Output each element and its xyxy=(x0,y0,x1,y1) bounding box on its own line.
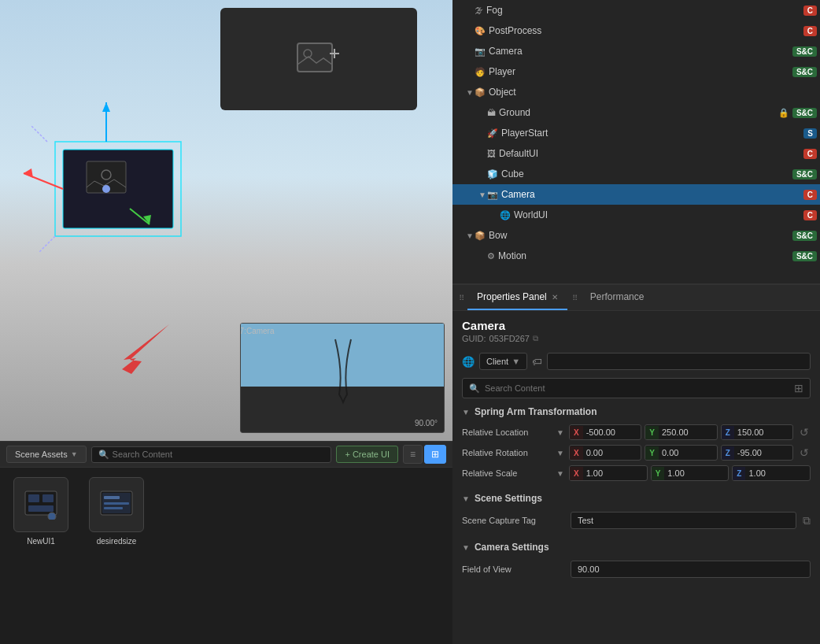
panel-tabs: ⠿ Properties Panel ✕ ⠿ Performance xyxy=(452,284,820,311)
cube-icon: 🧊 xyxy=(487,169,498,180)
location-y-field[interactable]: Y xyxy=(645,424,717,440)
guid-copy-icon[interactable]: ⧉ xyxy=(533,334,538,343)
cube-label: Cube xyxy=(501,168,792,180)
scene-capture-tag-input[interactable] xyxy=(571,512,796,529)
relative-rotation-row: Relative Rotation ▼ X Y Z xyxy=(452,442,820,463)
playerstart-label: PlayerStart xyxy=(501,128,803,139)
cube-badge: S&C xyxy=(792,169,817,180)
scale-y-field[interactable]: Y xyxy=(651,465,730,481)
create-ui-button[interactable]: + Create UI xyxy=(336,446,398,463)
postprocess-badge: C xyxy=(803,26,817,36)
asset-item-newui1[interactable]: NewUI1 xyxy=(9,477,72,635)
tab-properties[interactable]: Properties Panel ✕ xyxy=(467,285,567,310)
rotation-y-field[interactable]: Y xyxy=(645,445,717,461)
tree-item-defaultui[interactable]: 🖼 DefaultUI C xyxy=(452,143,820,164)
scale-x-input[interactable] xyxy=(583,466,647,480)
scale-z-label: Z xyxy=(733,467,745,480)
svg-rect-20 xyxy=(28,494,39,502)
properties-tab-close[interactable]: ✕ xyxy=(552,293,558,302)
location-x-input[interactable] xyxy=(583,425,641,439)
rotation-reset-button[interactable]: ↺ xyxy=(798,446,811,459)
fov-input[interactable] xyxy=(571,561,811,578)
prop-title: Camera xyxy=(462,319,811,332)
worldui-badge: C xyxy=(803,210,817,220)
camera-preview-bg xyxy=(241,324,444,432)
scene-assets-dropdown[interactable]: Scene Assets ▼ xyxy=(6,446,87,463)
properties-tab-label: Properties Panel xyxy=(477,291,547,302)
defaultui-label: DefaultUI xyxy=(499,148,803,159)
properties-tab-drag: ⠿ xyxy=(459,294,464,302)
camera-selected-icon: 📷 xyxy=(487,190,498,200)
performance-tab-drag: ⠿ xyxy=(572,294,578,302)
relative-scale-dropdown-icon[interactable]: ▼ xyxy=(556,469,564,478)
network-select[interactable]: Client ▼ xyxy=(479,353,527,370)
prop-filter-icon[interactable]: ⊞ xyxy=(794,382,803,394)
viewport[interactable]: 053FD267:Camera 90.00° xyxy=(0,0,452,441)
svg-point-23 xyxy=(48,513,56,520)
tag-input[interactable] xyxy=(547,353,811,370)
scene-settings-section-header[interactable]: ▼ Scene Settings xyxy=(452,488,820,509)
spring-arm-section-header[interactable]: ▼ Spring Arm Transformation xyxy=(452,402,820,422)
postprocess-label: PostProcess xyxy=(489,25,803,36)
relative-rotation-dropdown-icon[interactable]: ▼ xyxy=(556,449,564,457)
tree-item-postprocess[interactable]: 🎨 PostProcess C xyxy=(452,20,820,41)
rotation-x-field[interactable]: X xyxy=(569,445,641,461)
player-icon: 🧑 xyxy=(475,67,486,77)
tree-item-player[interactable]: 🧑 Player S&C xyxy=(452,61,820,82)
relative-location-dropdown-icon[interactable]: ▼ xyxy=(556,428,564,437)
tree-item-worldui[interactable]: 🌐 WorldUI C xyxy=(452,205,820,225)
relative-scale-fields: X Y Z xyxy=(569,465,811,481)
list-view-button[interactable]: ≡ xyxy=(403,445,423,464)
view-toggle-buttons: ≡ ⊞ xyxy=(403,445,446,464)
rotation-z-input[interactable] xyxy=(734,446,792,460)
scene-capture-tag-label: Scene Capture Tag xyxy=(462,516,564,525)
location-z-field[interactable]: Z xyxy=(721,424,793,440)
defaultui-badge: C xyxy=(803,149,817,159)
asset-search-bar[interactable]: 🔍 xyxy=(91,446,332,463)
rotation-x-input[interactable] xyxy=(583,446,641,460)
asset-item-desiredsize[interactable]: desiredsize xyxy=(85,477,148,635)
grid-view-button[interactable]: ⊞ xyxy=(424,445,446,464)
tree-item-camera-top[interactable]: 📷 Camera S&C xyxy=(452,41,820,61)
svg-marker-11 xyxy=(24,168,33,178)
svg-point-14 xyxy=(102,185,110,193)
location-y-label: Y xyxy=(645,426,659,439)
tab-performance[interactable]: Performance xyxy=(581,285,654,310)
camera-preview-window: 053FD267:Camera 90.00° xyxy=(240,323,445,433)
tree-item-fog[interactable]: 🌫 Fog C xyxy=(452,0,820,20)
prop-search-input[interactable] xyxy=(485,383,789,393)
location-reset-button[interactable]: ↺ xyxy=(798,426,811,439)
scale-x-field[interactable]: X xyxy=(569,465,648,481)
properties-panel: Camera GUID: 053FD267 ⧉ 🌐 Client ▼ 🏷 xyxy=(452,311,820,644)
tree-item-cube[interactable]: 🧊 Cube S&C xyxy=(452,164,820,184)
camera-settings-section-header[interactable]: ▼ Camera Settings xyxy=(452,537,820,557)
tree-item-camera-selected[interactable]: ▼ 📷 Camera C xyxy=(452,184,820,205)
asset-search-input[interactable] xyxy=(113,450,325,459)
scale-y-input[interactable] xyxy=(664,466,728,480)
tree-item-motion[interactable]: ⚙ Motion S&C xyxy=(452,246,820,266)
tree-item-bow[interactable]: ▼ 📦 Bow S&C xyxy=(452,225,820,246)
prop-search-bar[interactable]: 🔍 ⊞ xyxy=(462,378,811,398)
network-value: Client xyxy=(486,357,508,366)
rotation-z-field[interactable]: Z xyxy=(721,445,793,461)
scale-z-input[interactable] xyxy=(745,466,810,480)
postprocess-icon: 🎨 xyxy=(475,26,486,36)
tree-item-object[interactable]: ▼ 📦 Object xyxy=(452,82,820,102)
tree-item-ground[interactable]: 🏔 Ground 🔒 S&C xyxy=(452,102,820,123)
scale-y-label: Y xyxy=(652,467,665,480)
image-placeholder-card xyxy=(220,8,417,110)
main-area: 053FD267:Camera 90.00° Scene Assets ▼ xyxy=(0,0,820,644)
location-y-input[interactable] xyxy=(659,425,717,439)
scene-capture-copy-icon[interactable]: ⧉ xyxy=(803,514,811,527)
fov-row: Field of View xyxy=(452,557,820,581)
object-icon: 📦 xyxy=(475,87,486,98)
tree-item-playerstart[interactable]: 🚀 PlayerStart S xyxy=(452,123,820,143)
search-icon: 🔍 xyxy=(98,450,109,460)
playerstart-icon: 🚀 xyxy=(487,128,498,139)
scale-z-field[interactable]: Z xyxy=(732,465,811,481)
location-z-label: Z xyxy=(722,426,734,439)
fog-icon: 🌫 xyxy=(475,6,483,15)
location-x-field[interactable]: X xyxy=(569,424,641,440)
location-z-input[interactable] xyxy=(734,425,792,439)
rotation-y-input[interactable] xyxy=(659,446,717,460)
